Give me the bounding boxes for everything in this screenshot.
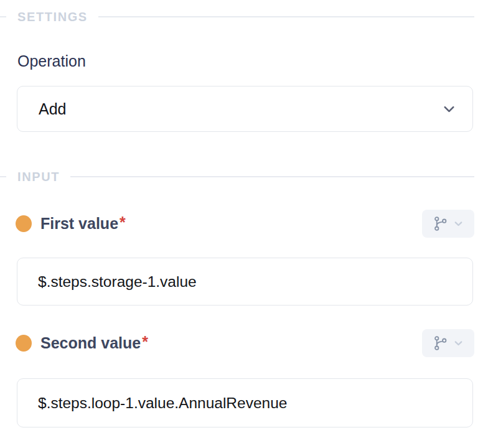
- second-value-input[interactable]: [17, 378, 473, 427]
- mapped-status-dot: [16, 335, 32, 352]
- git-branch-icon: [433, 216, 448, 231]
- divider-line: [70, 176, 474, 177]
- section-title-settings: SETTINGS: [17, 10, 88, 24]
- settings-panel: SETTINGS Operation Add INPUT First value…: [0, 0, 488, 448]
- required-asterisk: *: [120, 213, 126, 231]
- chevron-down-icon: [441, 101, 458, 118]
- second-value-mapping-button[interactable]: [422, 329, 474, 357]
- divider-dash: [0, 176, 6, 177]
- operation-label: Operation: [17, 52, 86, 70]
- first-value-row: First value *: [0, 209, 474, 238]
- second-value-row: Second value *: [0, 329, 474, 357]
- divider-line: [98, 16, 474, 17]
- operation-select[interactable]: Add: [17, 86, 473, 132]
- section-header-settings: SETTINGS: [0, 10, 474, 24]
- mapped-status-dot: [16, 215, 32, 232]
- git-branch-icon: [433, 335, 448, 351]
- second-value-label: Second value: [40, 334, 141, 352]
- required-asterisk: *: [142, 333, 148, 351]
- divider-dash: [0, 16, 6, 17]
- section-title-input: INPUT: [17, 170, 60, 184]
- first-value-label: First value: [40, 215, 118, 233]
- first-value-mapping-button[interactable]: [422, 210, 474, 238]
- chevron-down-small-icon: [453, 218, 464, 229]
- operation-select-value: Add: [39, 100, 66, 118]
- first-value-input[interactable]: [17, 258, 473, 306]
- section-header-input: INPUT: [0, 170, 474, 184]
- chevron-down-small-icon: [453, 338, 464, 348]
